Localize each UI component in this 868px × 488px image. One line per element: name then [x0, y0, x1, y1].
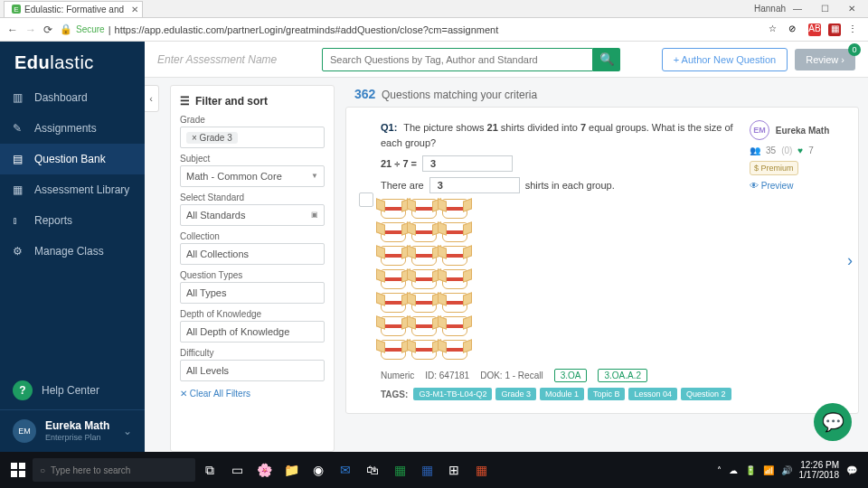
window-close-icon[interactable]: ✕	[843, 4, 861, 14]
powerpoint-icon[interactable]: ▦	[468, 457, 494, 483]
question-tags: TAGS: G3-M1-TB-L04-Q2 Grade 3 Module 1 T…	[381, 388, 739, 400]
filter-icon: ☰	[180, 95, 190, 108]
excel-icon[interactable]: ▦	[387, 457, 412, 483]
filter-label-qtypes: Question Types	[180, 270, 325, 280]
question-types-select[interactable]: All Types	[180, 282, 325, 304]
answer-input-1[interactable]: 3	[422, 155, 513, 172]
sidebar-item-reports[interactable]: ⫾Reports	[0, 205, 145, 236]
window-minimize-icon[interactable]: —	[788, 4, 807, 14]
chat-icon: 💬	[822, 411, 844, 433]
profile-menu[interactable]: EM Eureka Math Enterprise Plan ⌄	[0, 409, 145, 452]
task-view-icon[interactable]: ⧉	[197, 457, 222, 483]
file-explorer-icon[interactable]: 📁	[278, 457, 304, 483]
word-icon[interactable]: ▦	[414, 457, 439, 483]
url-field[interactable]: 🔒 Secure | https://app.edulastic.com/par…	[60, 23, 761, 35]
filter-title: ☰Filter and sort	[180, 95, 325, 108]
preview-link[interactable]: 👁 Preview	[750, 181, 845, 191]
search-input[interactable]	[322, 48, 593, 71]
select-question-checkbox[interactable]	[359, 192, 373, 207]
star-icon[interactable]: ☆	[769, 23, 781, 36]
adblock-icon[interactable]: AB	[808, 23, 821, 36]
help-icon: ?	[13, 380, 33, 400]
filter-label-subject: Subject	[180, 154, 325, 164]
question-bank-icon: ▤	[13, 153, 25, 165]
chat-fab[interactable]: 💬	[814, 403, 852, 441]
next-question-arrow-icon[interactable]: ›	[847, 251, 853, 270]
tray-up-icon[interactable]: ˄	[717, 465, 722, 475]
author-new-question-button[interactable]: + Author New Question	[662, 48, 788, 71]
sidebar-item-label: Assessment Library	[34, 183, 129, 196]
standard-tag[interactable]: 3.OA.A.2	[598, 369, 647, 382]
standard-tag[interactable]: 3.OA	[554, 369, 588, 382]
taskbar-app-icon[interactable]: ⊞	[441, 457, 467, 483]
window-maximize-icon[interactable]: ☐	[816, 4, 834, 14]
tab-close-icon[interactable]: ✕	[131, 5, 138, 14]
nav-reload-icon[interactable]: ⟳	[43, 23, 52, 36]
start-button[interactable]	[5, 457, 31, 483]
svg-rect-1	[19, 463, 25, 469]
tag[interactable]: Grade 3	[495, 388, 536, 400]
reports-icon: ⫾	[13, 214, 25, 227]
sidebar-item-assessment-library[interactable]: ▦Assessment Library	[0, 174, 145, 205]
taskbar-app-icon[interactable]: 🌸	[251, 457, 277, 483]
results-count: 362	[354, 87, 375, 101]
browser-tab-strip: E Edulastic: Formative and ✕ Hannah — ☐ …	[0, 0, 868, 18]
profile-plan: Enterprise Plan	[45, 433, 109, 443]
tag[interactable]: Module 1	[540, 388, 584, 400]
sidebar-item-manage-class[interactable]: ⚙Manage Class	[0, 236, 145, 267]
assessment-name-input[interactable]: Enter Assessment Name	[157, 53, 311, 66]
taskbar-clock[interactable]: 12:26 PM 1/17/2018	[799, 460, 840, 480]
nav-back-icon[interactable]: ←	[7, 23, 18, 36]
store-icon[interactable]: 🛍	[360, 457, 385, 483]
standard-select[interactable]: All Standards▣	[180, 204, 325, 226]
tag[interactable]: Question 2	[681, 388, 731, 400]
shirt-image-grid	[381, 199, 739, 360]
block-icon[interactable]: ⊘	[788, 23, 801, 36]
difficulty-select[interactable]: All Levels	[180, 360, 325, 381]
tag[interactable]: Topic B	[588, 388, 626, 400]
filter-label-dok: Depth of Knowledge	[180, 309, 325, 319]
sidebar-item-assignments[interactable]: ✎Assignments	[0, 113, 145, 144]
browser-tab[interactable]: E Edulastic: Formative and ✕	[4, 1, 143, 17]
standard-picker-icon: ▣	[311, 211, 318, 219]
grade-select[interactable]: × Grade 3	[180, 127, 325, 148]
answer-input-2[interactable]: 3	[429, 177, 520, 193]
tag[interactable]: Lesson 04	[628, 388, 677, 400]
profile-name: Eureka Math	[45, 419, 109, 432]
notifications-icon[interactable]: 💬	[846, 465, 857, 475]
question-id: 647181	[439, 371, 469, 380]
collection-select[interactable]: All Collections	[180, 243, 325, 265]
battery-icon[interactable]: 🔋	[745, 465, 756, 475]
question-source: EM Eureka Math 👥 35 (0) ♥ 7 $ Premium 👁 …	[746, 120, 845, 400]
sidebar-item-dashboard[interactable]: ▥Dashboard	[0, 82, 145, 113]
library-icon: ▦	[13, 183, 25, 196]
subject-select[interactable]: Math - Common Core▼	[180, 165, 325, 187]
taskbar-search[interactable]: ○ Type here to search	[33, 458, 195, 482]
app-logo: Edulastic	[0, 42, 145, 82]
clear-filters-link[interactable]: ✕ Clear All Filters	[180, 389, 250, 399]
system-tray: ˄ ☁ 🔋 📶 🔊 12:26 PM 1/17/2018 💬	[717, 460, 863, 480]
sidebar-item-label: Reports	[34, 214, 72, 227]
sidebar-item-question-bank[interactable]: ▤Question Bank	[0, 144, 145, 174]
wifi-icon[interactable]: 📶	[763, 465, 774, 475]
pdf-icon[interactable]: ▦	[828, 23, 841, 36]
search-button[interactable]: 🔍	[593, 48, 620, 71]
lock-icon: 🔒	[60, 23, 72, 35]
secure-label: Secure	[76, 24, 105, 34]
tag[interactable]: G3-M1-TB-L04-Q2	[413, 388, 492, 400]
sidebar-item-label: Dashboard	[34, 91, 88, 104]
dok-select[interactable]: All Depth of Knowledge	[180, 321, 325, 343]
nav-forward-icon[interactable]: →	[25, 23, 36, 36]
menu-icon[interactable]: ⋮	[848, 23, 861, 36]
help-center-link[interactable]: ? Help Center	[0, 371, 145, 409]
taskbar-app-icon[interactable]: ▭	[224, 457, 250, 483]
taskbar-search-placeholder: Type here to search	[51, 465, 130, 475]
chrome-icon[interactable]: ◉	[306, 457, 331, 483]
cloud-icon[interactable]: ☁	[729, 465, 738, 475]
volume-icon[interactable]: 🔊	[781, 465, 792, 475]
collapse-filter-button[interactable]: ‹	[145, 85, 159, 112]
review-button[interactable]: Review › 0	[795, 49, 855, 70]
tab-favicon: E	[12, 5, 21, 14]
outlook-icon[interactable]: ✉	[333, 457, 358, 483]
help-center-label: Help Center	[42, 384, 99, 397]
